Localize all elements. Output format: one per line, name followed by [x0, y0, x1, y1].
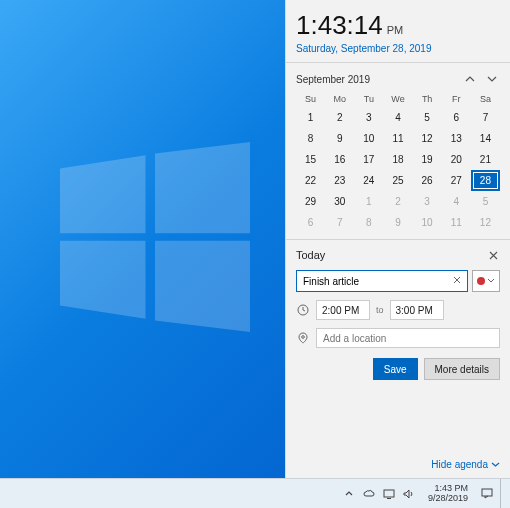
- more-details-button[interactable]: More details: [424, 358, 500, 380]
- svg-marker-0: [60, 155, 146, 233]
- calendar-section: September 2019 SuMoTuWeThFrSa12345678910…: [286, 63, 510, 239]
- calendar-day[interactable]: 11: [442, 212, 471, 233]
- calendar-month-title[interactable]: September 2019: [296, 74, 370, 85]
- chevron-down-icon: [487, 277, 495, 285]
- calendar-day[interactable]: 20: [442, 149, 471, 170]
- calendar-day[interactable]: 5: [471, 191, 500, 212]
- location-icon: [296, 332, 310, 344]
- calendar-day[interactable]: 19: [413, 149, 442, 170]
- calendar-day-today[interactable]: 28: [471, 170, 500, 191]
- calendar-day[interactable]: 17: [354, 149, 383, 170]
- calendar-day[interactable]: 29: [296, 191, 325, 212]
- volume-icon[interactable]: [402, 487, 416, 501]
- calendar-dow-header: Su: [296, 91, 325, 107]
- calendar-day[interactable]: 4: [442, 191, 471, 212]
- taskbar-date: 9/28/2019: [428, 494, 468, 503]
- calendar-day[interactable]: 24: [354, 170, 383, 191]
- end-time-picker[interactable]: 3:00 PM: [390, 300, 444, 320]
- calendar-day[interactable]: 11: [383, 128, 412, 149]
- clear-input-button[interactable]: [450, 273, 464, 287]
- calendar-day[interactable]: 8: [354, 212, 383, 233]
- taskbar: 1:43 PM 9/28/2019: [0, 478, 510, 508]
- clock-time: 1:43:14: [296, 10, 383, 41]
- calendar-day[interactable]: 1: [296, 107, 325, 128]
- calendar-day[interactable]: 15: [296, 149, 325, 170]
- svg-marker-2: [60, 241, 146, 319]
- calendar-day[interactable]: 21: [471, 149, 500, 170]
- calendar-dow-header: Th: [413, 91, 442, 107]
- show-desktop-button[interactable]: [500, 479, 506, 509]
- svg-rect-6: [384, 490, 394, 497]
- calendar-day[interactable]: 9: [383, 212, 412, 233]
- svg-rect-8: [482, 489, 492, 496]
- calendar-day[interactable]: 6: [442, 107, 471, 128]
- calendar-prev-button[interactable]: [462, 71, 478, 87]
- agenda-section: Today 2:00 PM to 3:00 PM Save More: [286, 240, 510, 478]
- calendar-day[interactable]: 30: [325, 191, 354, 212]
- svg-point-5: [302, 336, 305, 339]
- event-title-input[interactable]: [296, 270, 468, 292]
- chevron-down-icon: [491, 460, 500, 469]
- calendar-day[interactable]: 8: [296, 128, 325, 149]
- clock-ampm: PM: [387, 24, 404, 36]
- time-to-label: to: [376, 305, 384, 315]
- calendar-color-picker[interactable]: [472, 270, 500, 292]
- calendar-day[interactable]: 23: [325, 170, 354, 191]
- calendar-grid: SuMoTuWeThFrSa12345678910111213141516171…: [296, 91, 500, 233]
- calendar-day[interactable]: 7: [471, 107, 500, 128]
- hide-agenda-link[interactable]: Hide agenda: [431, 459, 488, 470]
- calendar-day[interactable]: 25: [383, 170, 412, 191]
- calendar-day[interactable]: 14: [471, 128, 500, 149]
- clock-date-link[interactable]: Saturday, September 28, 2019: [296, 43, 500, 54]
- calendar-day[interactable]: 27: [442, 170, 471, 191]
- calendar-day[interactable]: 7: [325, 212, 354, 233]
- clock-section: 1:43:14 PM Saturday, September 28, 2019: [286, 0, 510, 62]
- tray-overflow-icon[interactable]: [342, 487, 356, 501]
- calendar-day[interactable]: 26: [413, 170, 442, 191]
- location-input[interactable]: [316, 328, 500, 348]
- calendar-dow-header: Sa: [471, 91, 500, 107]
- calendar-dow-header: Mo: [325, 91, 354, 107]
- svg-marker-3: [155, 241, 250, 332]
- calendar-day[interactable]: 3: [354, 107, 383, 128]
- calendar-day[interactable]: 1: [354, 191, 383, 212]
- calendar-day[interactable]: 2: [383, 191, 412, 212]
- windows-logo: [60, 142, 250, 336]
- clock-calendar-flyout: 1:43:14 PM Saturday, September 28, 2019 …: [285, 0, 510, 478]
- save-button[interactable]: Save: [373, 358, 418, 380]
- onedrive-icon[interactable]: [362, 487, 376, 501]
- calendar-day[interactable]: 22: [296, 170, 325, 191]
- taskbar-clock[interactable]: 1:43 PM 9/28/2019: [422, 484, 474, 503]
- calendar-day[interactable]: 3: [413, 191, 442, 212]
- calendar-day[interactable]: 12: [413, 128, 442, 149]
- calendar-next-button[interactable]: [484, 71, 500, 87]
- calendar-day[interactable]: 5: [413, 107, 442, 128]
- start-time-picker[interactable]: 2:00 PM: [316, 300, 370, 320]
- calendar-dow-header: We: [383, 91, 412, 107]
- calendar-day[interactable]: 12: [471, 212, 500, 233]
- calendar-dow-header: Fr: [442, 91, 471, 107]
- calendar-day[interactable]: 18: [383, 149, 412, 170]
- clock-icon: [296, 304, 310, 316]
- location-row: [296, 328, 500, 348]
- calendar-day[interactable]: 2: [325, 107, 354, 128]
- network-icon[interactable]: [382, 487, 396, 501]
- agenda-close-button[interactable]: [486, 248, 500, 262]
- time-range-row: 2:00 PM to 3:00 PM: [296, 300, 500, 320]
- calendar-day[interactable]: 4: [383, 107, 412, 128]
- calendar-day[interactable]: 16: [325, 149, 354, 170]
- calendar-day[interactable]: 6: [296, 212, 325, 233]
- calendar-day[interactable]: 10: [354, 128, 383, 149]
- calendar-day[interactable]: 9: [325, 128, 354, 149]
- system-tray: 1:43 PM 9/28/2019: [342, 479, 506, 509]
- color-dot-icon: [477, 277, 485, 285]
- agenda-heading: Today: [296, 249, 325, 261]
- svg-marker-1: [155, 142, 250, 233]
- calendar-dow-header: Tu: [354, 91, 383, 107]
- action-center-icon[interactable]: [480, 487, 494, 501]
- calendar-day[interactable]: 13: [442, 128, 471, 149]
- calendar-day[interactable]: 10: [413, 212, 442, 233]
